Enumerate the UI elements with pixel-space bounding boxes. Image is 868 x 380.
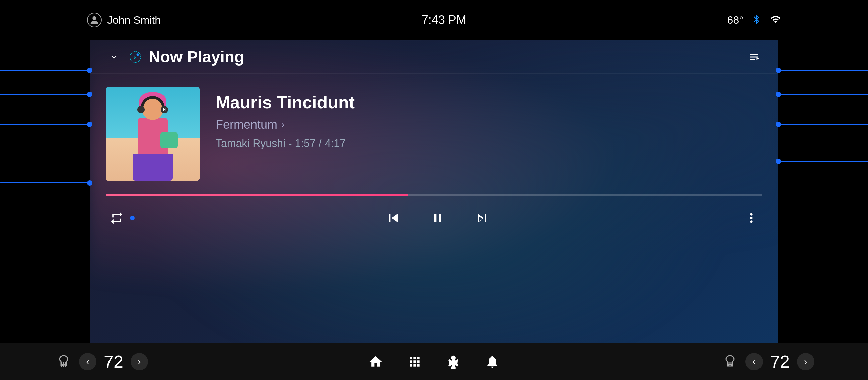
bottom-bar: ‹ 72 › ‹ 72 <box>0 343 868 380</box>
fan-button[interactable] <box>443 352 463 372</box>
deco-line-1 <box>0 70 90 71</box>
album-figure: H <box>124 92 181 181</box>
status-time: 7:43 PM <box>422 13 466 27</box>
repeat-button[interactable] <box>106 207 127 229</box>
figure-skirt <box>133 154 173 181</box>
track-album-name: Fermentum <box>216 118 277 132</box>
right-temp-decrease[interactable]: ‹ <box>745 353 763 370</box>
track-album-chevron: › <box>281 119 284 130</box>
chevron-down-button[interactable] <box>106 49 122 65</box>
user-icon <box>87 13 102 27</box>
deco-line-r3 <box>778 124 868 125</box>
right-temp-value: 72 <box>768 352 792 372</box>
progress-track[interactable] <box>106 194 762 196</box>
left-temp-decrease[interactable]: ‹ <box>79 353 96 370</box>
left-vent-icon <box>54 352 74 372</box>
next-button[interactable] <box>470 206 494 230</box>
player-header: ♪ Now Playing <box>90 40 778 74</box>
status-username: John Smith <box>107 14 161 27</box>
right-temp-control: ‹ 72 › <box>720 352 814 372</box>
notifications-button[interactable] <box>482 352 502 372</box>
control-left <box>106 207 135 229</box>
status-bar: John Smith 7:43 PM 68° <box>0 0 868 40</box>
track-artist-time: Tamaki Ryushi - 1:57 / 4:17 <box>216 137 762 149</box>
svg-point-2 <box>136 53 139 56</box>
music-note-icon: ♪ <box>127 49 143 65</box>
track-info: Mauris Tincidunt Fermentum › Tamaki Ryus… <box>216 87 762 149</box>
status-left: John Smith <box>87 13 161 27</box>
progress-fill <box>106 194 408 196</box>
svg-text:♪: ♪ <box>133 53 136 61</box>
player-content: H Mauris Tincidunt Fermentum › <box>90 74 778 187</box>
track-title: Mauris Tincidunt <box>216 92 762 112</box>
progress-area <box>90 187 778 199</box>
main-player-card: ♪ Now Playing <box>90 40 778 347</box>
headphone-left <box>137 106 145 113</box>
status-temperature: 68° <box>727 14 743 27</box>
deco-line-3 <box>0 124 90 125</box>
more-options-button[interactable] <box>741 207 762 229</box>
bluetooth-icon <box>751 14 762 26</box>
figure-head: H <box>142 99 163 120</box>
track-album[interactable]: Fermentum › <box>216 118 762 132</box>
now-playing-title: Now Playing <box>149 47 746 66</box>
right-vent-icon <box>720 352 740 372</box>
control-center <box>381 206 494 230</box>
queue-icon[interactable] <box>746 49 762 65</box>
deco-line-4 <box>0 182 90 183</box>
deco-line-2 <box>0 94 90 95</box>
status-right: 68° <box>727 14 781 27</box>
deco-line-r4 <box>778 161 868 162</box>
right-temp-increase[interactable]: › <box>797 353 814 370</box>
apps-button[interactable] <box>405 352 425 372</box>
figure-bag <box>160 132 178 148</box>
left-temp-value: 72 <box>102 352 125 372</box>
deco-line-r2 <box>778 94 868 95</box>
home-button[interactable] <box>366 352 386 372</box>
left-temp-control: ‹ 72 › <box>54 352 148 372</box>
previous-button[interactable] <box>381 206 406 230</box>
controls-area <box>90 199 778 238</box>
deco-line-r1 <box>778 70 868 71</box>
pause-button[interactable] <box>426 206 450 230</box>
album-art: H <box>106 87 199 181</box>
album-art-inner: H <box>106 87 199 181</box>
headphone-right: H <box>161 106 168 113</box>
left-temp-increase[interactable]: › <box>131 353 148 370</box>
signal-icon <box>770 14 781 26</box>
repeat-active-dot <box>130 216 135 220</box>
bottom-nav <box>366 352 502 372</box>
